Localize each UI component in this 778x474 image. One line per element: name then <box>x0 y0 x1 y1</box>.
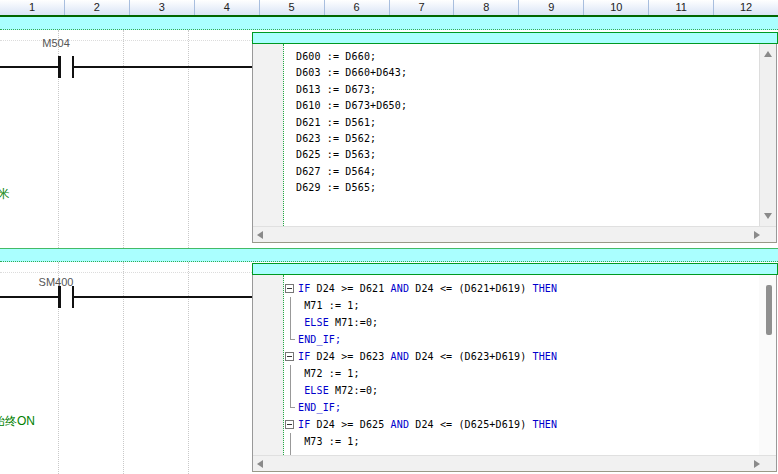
st-code-text: M72:=0; <box>329 382 378 399</box>
tree-indent <box>284 433 298 450</box>
st-code-text: D627 := D564; <box>296 164 376 180</box>
code-line[interactable]: 9D629 := D565; <box>253 180 759 196</box>
st-code-text: M71 := 1; <box>298 297 360 314</box>
st-keyword: END_IF; <box>298 331 341 348</box>
rung-wire <box>0 66 59 68</box>
code-line[interactable]: 2 M71 := 1; <box>253 297 759 314</box>
scroll-up-icon[interactable] <box>764 51 772 57</box>
st-code-text: D623 := D562; <box>296 131 376 147</box>
column-header-cell: 6 <box>325 0 390 15</box>
scroll-right-icon[interactable] <box>754 231 760 239</box>
tree-indent <box>284 98 296 114</box>
collapse-control[interactable] <box>284 416 298 433</box>
code-line[interactable]: 5IF D24 >= D623 AND D24 <= (D623+D619) T… <box>253 348 759 365</box>
contact-sm400[interactable] <box>58 286 61 308</box>
code-line[interactable]: 8END_IF; <box>253 399 759 416</box>
horizontal-scrollbar[interactable] <box>253 455 776 471</box>
column-header: 123456789101112 <box>0 0 778 17</box>
column-header-cell: 1 <box>0 0 65 15</box>
code-line[interactable]: 3D613 := D673; <box>253 82 759 98</box>
tree-indent <box>284 164 296 180</box>
tree-indent <box>284 49 296 65</box>
st-code-text: D610 := D673+D650; <box>296 98 407 114</box>
st-box2-title-bar[interactable] <box>252 263 778 275</box>
column-header-cell: 8 <box>454 0 519 15</box>
st-code-text: D24 <= (D621+D619) <box>415 280 532 297</box>
code-line[interactable]: 4D610 := D673+D650; <box>253 98 759 114</box>
code-line[interactable]: 4END_IF; <box>253 331 759 348</box>
tree-indent <box>284 382 298 399</box>
tree-indent <box>284 314 298 331</box>
vertical-scrollbar[interactable] <box>759 44 776 226</box>
st-code-text: M73 := 1; <box>298 433 360 450</box>
line-number-gutter <box>253 275 284 455</box>
rung-wire <box>0 296 59 298</box>
collapse-control[interactable] <box>284 280 298 297</box>
code-line[interactable]: 3 ELSE M71:=0; <box>253 314 759 331</box>
scroll-left-icon[interactable] <box>257 231 263 239</box>
code-line[interactable]: 2D603 := D660+D643; <box>253 65 759 81</box>
scroll-down-icon[interactable] <box>764 213 772 219</box>
st-code-text: D24 >= D623 <box>317 348 391 365</box>
st-box1: 1D600 := D660;2D603 := D660+D643;3D613 :… <box>252 44 777 243</box>
collapse-minus-icon[interactable] <box>285 420 294 429</box>
st-code-text: D24 >= D625 <box>317 416 391 433</box>
contact-label-m504: M504 <box>28 37 84 49</box>
line-number-gutter <box>253 44 284 226</box>
code-line[interactable]: 9IF D24 >= D625 AND D24 <= (D625+D619) T… <box>253 416 759 433</box>
horizontal-scrollbar[interactable] <box>253 226 776 242</box>
st-box1-code-area[interactable]: 1D600 := D660;2D603 := D660+D643;3D613 :… <box>253 44 759 226</box>
grid-line <box>188 262 189 474</box>
code-line[interactable]: 6 M72 := 1; <box>253 365 759 382</box>
vertical-scrollbar[interactable] <box>759 275 776 455</box>
rung-wire <box>74 296 253 298</box>
column-header-cell: 5 <box>260 0 325 15</box>
code-line[interactable]: 1D600 := D660; <box>253 49 759 65</box>
tree-indent <box>284 131 296 147</box>
st-code-text: D24 <= (D625+D619) <box>415 416 532 433</box>
column-header-cell: 11 <box>649 0 714 15</box>
rung-wire <box>74 66 253 68</box>
tree-indent <box>284 180 296 196</box>
code-line[interactable]: 10 M73 := 1; <box>253 433 759 450</box>
st-code-text: D600 := D660; <box>296 49 376 65</box>
st-code-text: D603 := D660+D643; <box>296 65 407 81</box>
column-header-cell: 10 <box>584 0 649 15</box>
st-code-text: M72 := 1; <box>298 365 360 382</box>
st-code-text: D629 := D565; <box>296 180 376 196</box>
scroll-right-icon[interactable] <box>754 460 760 468</box>
scrollbar-thumb[interactable] <box>766 285 772 335</box>
st-code-text: D625 := D563; <box>296 147 376 163</box>
code-line[interactable]: 7 ELSE M72:=0; <box>253 382 759 399</box>
st-code-text: D24 <= (D623+D619) <box>415 348 532 365</box>
code-line[interactable]: 5D621 := D561; <box>253 115 759 131</box>
grid-line <box>0 272 252 273</box>
tree-indent <box>284 297 298 314</box>
code-line[interactable]: 7D625 := D563; <box>253 147 759 163</box>
tree-indent <box>284 331 298 348</box>
st-keyword: ELSE <box>304 314 329 331</box>
collapse-minus-icon[interactable] <box>285 284 294 293</box>
st-box2-code-area[interactable]: 1IF D24 >= D621 AND D24 <= (D621+D619) T… <box>253 275 759 455</box>
collapse-control[interactable] <box>284 348 298 365</box>
st-keyword: THEN <box>533 280 558 297</box>
rung-separator-band-1 <box>0 17 778 30</box>
ladder-editor: 123456789101112 M504 4米 SM400 始终ON 1D600… <box>0 0 778 474</box>
column-header-cell: 7 <box>390 0 455 15</box>
st-keyword: IF <box>298 280 317 297</box>
code-line[interactable]: 8D627 := D564; <box>253 164 759 180</box>
code-line[interactable]: 6D623 := D562; <box>253 131 759 147</box>
tree-indent <box>284 82 296 98</box>
scroll-left-icon[interactable] <box>257 460 263 468</box>
rung-separator-band-2 <box>0 248 778 262</box>
collapse-minus-icon[interactable] <box>285 352 294 361</box>
contact-m504[interactable] <box>58 56 61 78</box>
st-box1-title-bar[interactable] <box>252 32 778 44</box>
st-keyword: AND <box>391 416 416 433</box>
column-header-cell: 3 <box>130 0 195 15</box>
tree-indent <box>284 115 296 131</box>
st-code-text: D621 := D561; <box>296 115 376 131</box>
code-line[interactable]: 1IF D24 >= D621 AND D24 <= (D621+D619) T… <box>253 280 759 297</box>
st-keyword: AND <box>391 280 416 297</box>
contact-label-sm400: SM400 <box>28 276 84 288</box>
